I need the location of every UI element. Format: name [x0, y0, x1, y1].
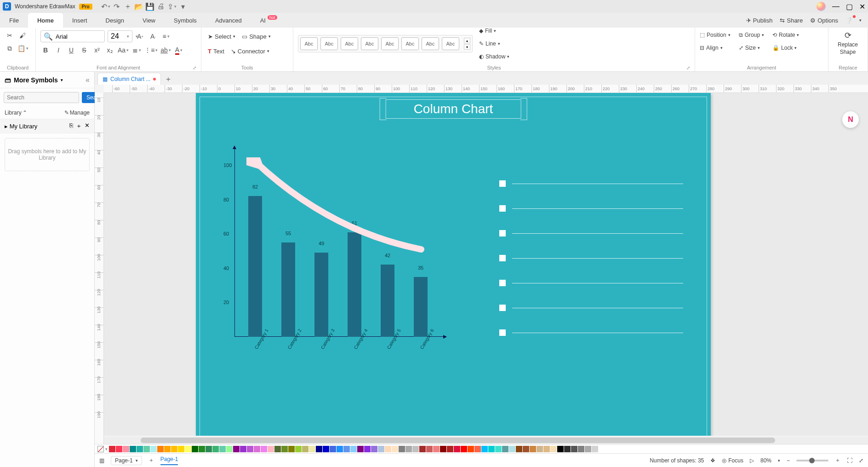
copy-icon[interactable]: ⧉: [5, 43, 15, 53]
open-icon[interactable]: 📂: [136, 3, 142, 10]
increase-font-icon[interactable]: A+: [135, 31, 145, 41]
color-swatch[interactable]: [164, 446, 171, 452]
collapse-panel-icon[interactable]: «: [86, 76, 90, 84]
color-swatch[interactable]: [302, 446, 308, 452]
color-swatch[interactable]: [523, 446, 529, 452]
color-swatch[interactable]: [530, 446, 536, 452]
close-library-icon[interactable]: ✕: [85, 122, 90, 130]
library-drop-zone[interactable]: Drag symbols here to add to My Library: [5, 138, 90, 171]
align-button[interactable]: ⊟Align▾: [700, 43, 731, 52]
page[interactable]: Column Chart 2040608010082Category 155Ca…: [196, 93, 711, 436]
color-swatch[interactable]: [426, 446, 433, 452]
color-swatch[interactable]: [295, 446, 302, 452]
chart-bar[interactable]: [281, 242, 295, 337]
color-swatch[interactable]: [281, 446, 288, 452]
group-button[interactable]: ⧉Group▾: [739, 30, 764, 40]
color-swatch[interactable]: [268, 446, 274, 452]
italic-icon[interactable]: I: [53, 45, 63, 55]
color-swatch[interactable]: [233, 446, 240, 452]
symbol-search-input[interactable]: [4, 92, 79, 103]
layers-icon[interactable]: ❖: [710, 457, 715, 464]
chart-title[interactable]: Column Chart: [386, 99, 521, 119]
case-icon[interactable]: Aa: [118, 45, 129, 55]
legend-line[interactable]: [499, 230, 683, 236]
horizontal-scrollbar[interactable]: [104, 437, 868, 444]
color-swatch[interactable]: [392, 446, 398, 452]
chevron-down-icon[interactable]: ▾: [105, 447, 108, 451]
color-swatch[interactable]: [488, 446, 495, 452]
color-swatch[interactable]: [240, 446, 246, 452]
color-swatch[interactable]: [178, 446, 184, 452]
color-swatch[interactable]: [371, 446, 377, 452]
color-swatch[interactable]: [171, 446, 177, 452]
decrease-font-icon[interactable]: A-: [148, 31, 158, 41]
text-tool[interactable]: TText: [206, 45, 226, 57]
zoom-out-icon[interactable]: −: [787, 457, 790, 464]
color-swatch[interactable]: [157, 446, 164, 452]
gallery-down-icon[interactable]: ▾: [464, 44, 470, 50]
focus-button[interactable]: ◎ Focus: [722, 457, 743, 464]
save-icon[interactable]: 💾: [147, 3, 153, 10]
color-swatch[interactable]: [123, 446, 129, 452]
font-dialog-icon[interactable]: ⤢: [193, 65, 196, 70]
color-swatch[interactable]: [537, 446, 543, 452]
superscript-icon[interactable]: x²: [92, 45, 102, 55]
chart-bar[interactable]: [314, 253, 328, 337]
page-tab[interactable]: Page-1: [160, 456, 178, 465]
options-button[interactable]: ⚙Options: [810, 17, 838, 24]
color-swatch[interactable]: [474, 446, 481, 452]
color-swatch[interactable]: [116, 446, 122, 452]
print-icon[interactable]: 🖨: [158, 3, 164, 10]
style-swatch[interactable]: Abc: [300, 37, 318, 50]
style-swatch[interactable]: Abc: [341, 37, 358, 50]
legend-area[interactable]: [499, 180, 683, 354]
share-button[interactable]: ⇆Share: [780, 17, 803, 24]
fullscreen-icon[interactable]: ⤢: [859, 457, 863, 464]
add-page-icon[interactable]: ＋: [148, 456, 154, 464]
color-swatch[interactable]: [143, 446, 150, 452]
color-swatch[interactable]: [226, 446, 233, 452]
undo-icon[interactable]: ↶: [103, 3, 109, 10]
font-family-select[interactable]: 🔍 ▾: [40, 30, 105, 42]
import-library-icon[interactable]: ⎘: [69, 122, 73, 130]
color-swatch[interactable]: [468, 446, 474, 452]
underline-icon[interactable]: U: [66, 45, 76, 55]
line-spacing-icon[interactable]: ≣: [131, 45, 142, 55]
my-library-toggle[interactable]: ▸ My Library: [5, 123, 37, 130]
color-swatch[interactable]: [130, 446, 136, 452]
color-swatch[interactable]: [357, 446, 364, 452]
color-swatch[interactable]: [274, 446, 281, 452]
canvas[interactable]: Column Chart 2040608010082Category 155Ca…: [104, 93, 868, 436]
color-swatch[interactable]: [550, 446, 557, 452]
bullets-icon[interactable]: ⋮≡: [144, 45, 158, 55]
maximize-icon[interactable]: ▢: [846, 2, 853, 11]
color-swatch[interactable]: [502, 446, 508, 452]
color-swatch[interactable]: [454, 446, 460, 452]
menu-symbols[interactable]: Symbols: [165, 13, 206, 28]
color-swatch[interactable]: [350, 446, 357, 452]
subscript-icon[interactable]: x₂: [105, 45, 115, 55]
color-swatch[interactable]: [316, 446, 322, 452]
style-swatch[interactable]: Abc: [361, 37, 378, 50]
chart-bar[interactable]: [348, 232, 361, 337]
redo-icon[interactable]: ↷: [114, 3, 120, 10]
chart-bar[interactable]: [381, 265, 394, 337]
manage-button[interactable]: ✎Manage: [64, 110, 90, 116]
menu-home[interactable]: Home: [28, 13, 63, 28]
library-dropdown[interactable]: Library ⌃: [5, 110, 27, 116]
menu-ai[interactable]: AIhot: [251, 13, 286, 28]
color-swatch[interactable]: [578, 446, 584, 452]
more-symbols-button[interactable]: 🗃More Symbols▾: [5, 76, 63, 84]
close-icon[interactable]: ✕: [859, 2, 865, 11]
color-swatch[interactable]: [385, 446, 391, 452]
color-swatch[interactable]: [433, 446, 440, 452]
color-swatch[interactable]: [461, 446, 467, 452]
color-swatch[interactable]: [337, 446, 343, 452]
legend-line[interactable]: [499, 305, 683, 311]
menu-view[interactable]: View: [133, 13, 165, 28]
color-swatch[interactable]: [323, 446, 329, 452]
shadow-button[interactable]: ◐Shadow▾: [479, 52, 509, 61]
shape-tool[interactable]: ▭Shape▾: [240, 30, 273, 42]
no-fill-swatch[interactable]: [97, 446, 104, 452]
align-text-icon[interactable]: ≡: [161, 31, 171, 41]
